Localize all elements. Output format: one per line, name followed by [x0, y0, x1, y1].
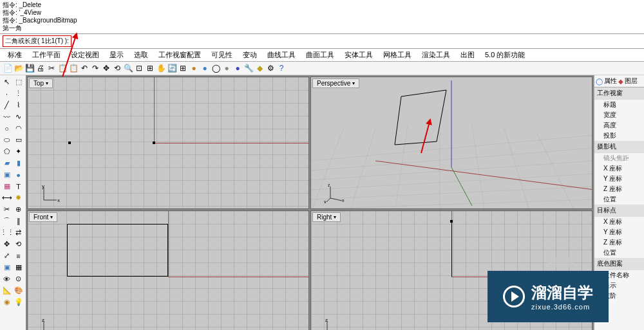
text-icon[interactable]: T [13, 181, 24, 192]
paste-icon[interactable]: 📋 [68, 63, 79, 73]
circle-icon[interactable]: ○ [1, 123, 12, 134]
tab-layers[interactable]: ◆ 图层 [618, 77, 638, 86]
sphere-icon[interactable]: ● [13, 169, 24, 180]
extrude-icon[interactable]: ▮ [13, 158, 24, 169]
star-icon[interactable]: ✦ [13, 146, 24, 157]
viewport-top[interactable]: Top ▾ xy [27, 77, 309, 209]
4view-icon[interactable]: ⊞ [178, 63, 188, 73]
join-icon[interactable]: ⊕ [13, 204, 24, 215]
prop-cam-y[interactable]: Y 座标 [594, 174, 644, 184]
shade-icon[interactable]: ● [189, 63, 199, 73]
hide-icon[interactable]: 👁 [1, 273, 12, 284]
show-icon[interactable]: ⊙ [13, 273, 24, 284]
point-icon[interactable]: · [1, 88, 12, 99]
line-icon[interactable]: ╱ [1, 100, 12, 111]
trim-icon[interactable]: ✂ [1, 204, 12, 215]
block-icon[interactable]: ▦ [13, 262, 24, 273]
polygon-icon[interactable]: ⬠ [1, 146, 12, 157]
viewport-perspective[interactable]: Perspective ▾ xyz [310, 77, 592, 209]
tab-standard[interactable]: 标准 [3, 49, 27, 61]
new-icon[interactable]: 📄 [3, 63, 13, 73]
align-icon[interactable]: ≡ [13, 250, 24, 261]
move-icon[interactable]: ✥ [101, 63, 111, 73]
zoom-window-icon[interactable]: 🔍 [123, 63, 133, 73]
pan-icon[interactable]: ✋ [156, 63, 166, 73]
pointer-icon[interactable]: ↖ [1, 77, 12, 87]
xray-icon[interactable]: ● [232, 63, 243, 73]
tab-curve-tools[interactable]: 曲线工具 [262, 49, 301, 61]
prop-cam-pos[interactable]: 位置 [594, 194, 644, 205]
render-tool-icon[interactable]: 🎨 [13, 285, 24, 296]
curve-icon[interactable]: 〰 [1, 111, 12, 122]
chevron-down-icon[interactable]: ▾ [352, 80, 355, 86]
tab-cplane[interactable]: 工作平面 [27, 49, 66, 61]
prop-title[interactable]: 标题 [594, 100, 644, 110]
surface-icon[interactable]: ▰ [1, 158, 12, 169]
ellipse-icon[interactable]: ⬭ [1, 134, 12, 145]
chevron-down-icon[interactable]: ▾ [50, 214, 53, 220]
cut-icon[interactable]: ✂ [46, 63, 57, 73]
interp-curve-icon[interactable]: ∿ [13, 111, 24, 122]
tab-solid-tools[interactable]: 实体工具 [339, 49, 378, 61]
chevron-down-icon[interactable]: ▾ [46, 80, 48, 86]
prop-height[interactable]: 高度 [594, 120, 644, 131]
redo-icon[interactable]: ↷ [90, 63, 100, 73]
prop-tgt-pos[interactable]: 位置 [594, 248, 644, 258]
viewport-front[interactable]: Front ▾ xz [27, 210, 309, 330]
tab-render-tools[interactable]: 渲染工具 [417, 49, 455, 61]
scale-icon[interactable]: ⤢ [1, 250, 12, 261]
light-icon[interactable]: 💡 [13, 297, 24, 307]
help-icon[interactable]: ? [276, 63, 287, 73]
prop-cam-x[interactable]: X 座标 [594, 163, 644, 174]
viewport-label-right[interactable]: Right ▾ [312, 212, 341, 222]
command-input[interactable] [74, 38, 641, 45]
prop-tgt-x[interactable]: X 座标 [594, 217, 644, 227]
move-tool-icon[interactable]: ✥ [1, 239, 12, 250]
points-icon[interactable]: ⋮ [13, 88, 24, 99]
mirror-icon[interactable]: ⇄ [13, 227, 24, 238]
viewport-label-top[interactable]: Top ▾ [29, 78, 53, 88]
prop-cam-z[interactable]: Z 座标 [594, 184, 644, 194]
polyline-icon[interactable]: ⌇ [13, 100, 24, 111]
group-icon[interactable]: ▣ [1, 262, 12, 273]
tab-new-v5[interactable]: 5.0 的新功能 [480, 49, 530, 61]
chevron-down-icon[interactable]: ▾ [334, 214, 336, 220]
prop-tgt-z[interactable]: Z 座标 [594, 237, 644, 248]
wireframe-icon[interactable]: ◯ [211, 63, 221, 73]
properties-icon[interactable]: 🔧 [243, 63, 254, 73]
dim-icon[interactable]: ⟷ [1, 192, 12, 203]
ghosted-icon[interactable]: ● [222, 63, 232, 73]
analyze-icon[interactable]: 📐 [1, 285, 12, 296]
prop-projection[interactable]: 投影 [594, 131, 644, 141]
print-icon[interactable]: 🖨 [35, 63, 46, 73]
array-icon[interactable]: ⋮⋮ [1, 227, 12, 238]
tab-display[interactable]: 显示 [104, 49, 129, 61]
tab-mesh-tools[interactable]: 网格工具 [378, 49, 417, 61]
viewport-label-front[interactable]: Front ▾ [29, 212, 57, 222]
tab-drafting[interactable]: 出图 [455, 49, 480, 61]
lasso-icon[interactable]: ⬚ [13, 77, 24, 87]
arc-icon[interactable]: ◠ [13, 123, 24, 134]
undo-icon[interactable]: ↶ [79, 63, 90, 73]
fillet-icon[interactable]: ⌒ [1, 215, 12, 226]
tab-viewport-layout[interactable]: 工作视窗配置 [153, 49, 206, 61]
tab-properties[interactable]: ◯ 属性 [596, 77, 617, 86]
zoom-selected-icon[interactable]: ⊞ [145, 63, 155, 73]
options-icon[interactable]: ⚙ [265, 63, 276, 73]
tab-select[interactable]: 选取 [129, 49, 153, 61]
material-icon[interactable]: ◉ [1, 297, 12, 307]
offset-icon[interactable]: ‖ [13, 215, 24, 226]
rectangle-icon[interactable]: ▭ [13, 134, 24, 145]
save-icon[interactable]: 💾 [24, 63, 35, 73]
mesh-icon[interactable]: ▦ [1, 181, 12, 192]
tab-visibility[interactable]: 可见性 [206, 49, 238, 61]
zoom-extents-icon[interactable]: ⊡ [134, 63, 144, 73]
prop-tgt-y[interactable]: Y 座标 [594, 227, 644, 237]
explode-icon[interactable]: ✸ [13, 192, 24, 203]
render-icon[interactable]: ● [200, 63, 210, 73]
prop-focal[interactable]: 镜头焦距 [594, 153, 644, 163]
viewport-label-perspective[interactable]: Perspective ▾ [312, 78, 359, 88]
tab-transform[interactable]: 变动 [238, 49, 262, 61]
open-icon[interactable]: 📂 [14, 63, 24, 73]
tab-surface-tools[interactable]: 曲面工具 [301, 49, 339, 61]
